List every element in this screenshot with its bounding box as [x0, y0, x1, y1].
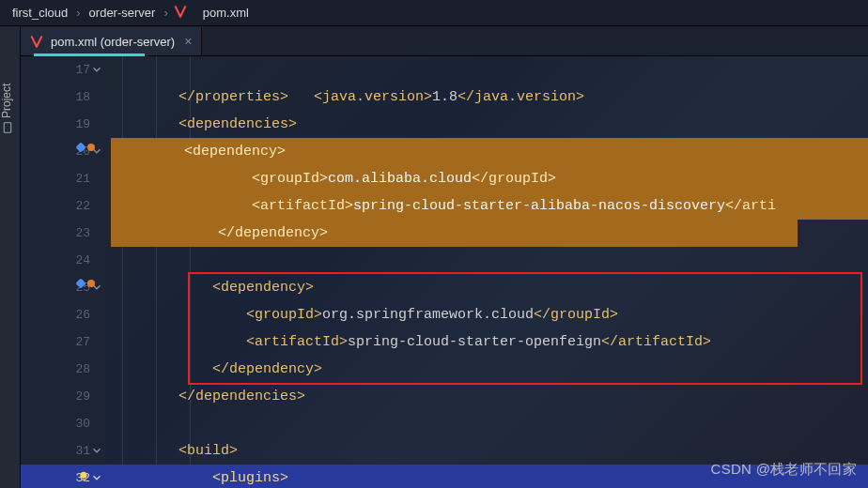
line-number: 29 [53, 383, 90, 410]
code-editor[interactable]: 17 18 19 20 21 22 23 24 25 26 27 28 29 3… [21, 56, 868, 488]
code-line: <dependencies> [105, 111, 868, 138]
tool-window-rail: Project [0, 26, 21, 488]
code-line: </properties> [105, 84, 868, 111]
code-line: <groupId>org.springframework.cloud</grou… [105, 301, 868, 328]
breadcrumb-item[interactable]: pom.xml [200, 6, 252, 20]
watermark: CSDN @栈老师不回家 [711, 461, 858, 479]
bookmark-icon [75, 142, 85, 152]
code-line: <java.version>1.8</java.version> [105, 56, 868, 84]
code-line [105, 410, 868, 437]
editor-tabs: pom.xml (order-server) × [21, 26, 868, 56]
line-number: 30 [53, 410, 90, 437]
line-number: 28 [53, 356, 90, 383]
code-line: <artifactId>spring-cloud-starter-alibaba… [105, 192, 868, 220]
gutter: 17 18 19 20 21 22 23 24 25 26 27 28 29 3… [21, 56, 105, 488]
tab-label: pom.xml (order-server) [51, 35, 175, 49]
svg-rect-2 [82, 479, 85, 481]
svg-rect-0 [4, 123, 11, 133]
line-number: 22 [53, 192, 90, 220]
breadcrumb-item[interactable]: first_cloud [9, 6, 70, 20]
editor-panel: pom.xml (order-server) × 17 18 19 20 21 … [21, 26, 868, 488]
line-number: 27 [53, 328, 90, 356]
line-number: 18 [53, 84, 90, 111]
fold-icon[interactable] [90, 63, 103, 76]
bookmark-icon [75, 278, 85, 288]
line-number: 19 [53, 111, 90, 138]
breadcrumb: first_cloud › order-server › pom.xml [0, 0, 868, 26]
maven-file-icon [174, 5, 194, 21]
fold-icon[interactable] [90, 281, 103, 294]
code-line: </dependency> [105, 356, 868, 383]
fold-icon[interactable] [90, 444, 103, 457]
code-line: </dependencies> [105, 383, 868, 410]
code-line: <dependency> [105, 274, 868, 301]
project-tool-button[interactable]: Project [0, 113, 13, 133]
line-number: 25 [53, 274, 90, 301]
line-number: 17 [53, 56, 90, 84]
line-number: 20 [53, 138, 90, 165]
line-number: 31 [53, 437, 90, 465]
chevron-right-icon: › [70, 6, 85, 20]
chevron-right-icon: › [158, 6, 173, 20]
code-line: <groupId>com.alibaba.cloud</groupId> [105, 165, 868, 192]
fold-icon[interactable] [90, 145, 103, 158]
line-number: 23 [53, 220, 90, 247]
code-line: </dependency> [105, 220, 868, 247]
breadcrumb-item[interactable]: order-server [86, 6, 159, 20]
code-line: <artifactId>spring-cloud-starter-openfei… [105, 328, 868, 356]
file-tab[interactable]: pom.xml (order-server) × [21, 27, 202, 55]
line-number: 26 [53, 301, 90, 328]
svg-point-1 [81, 472, 87, 479]
line-number: 21 [53, 165, 90, 192]
code-area[interactable]: <java.version>1.8</java.version> </prope… [105, 56, 868, 488]
lightbulb-icon[interactable] [77, 470, 90, 483]
code-line [105, 247, 868, 274]
close-tab-icon[interactable]: × [184, 34, 192, 49]
fold-icon[interactable] [90, 471, 103, 484]
code-line: <dependency> [105, 138, 868, 165]
line-number: 24 [53, 247, 90, 274]
maven-file-icon [30, 35, 43, 48]
